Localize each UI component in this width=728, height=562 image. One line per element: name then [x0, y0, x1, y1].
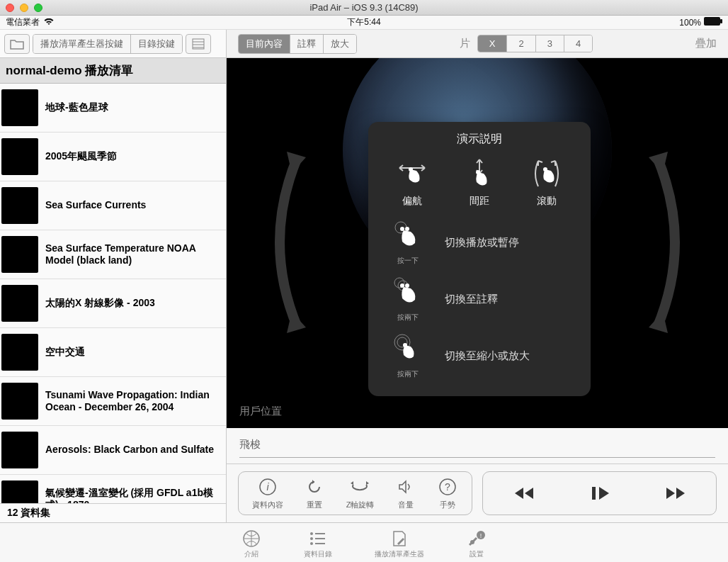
list-view-button[interactable]: [186, 34, 211, 54]
thumbnail-icon: [1, 480, 38, 503]
tab-annotation[interactable]: 註釋: [290, 35, 324, 53]
svg-rect-17: [315, 543, 325, 544]
list-item[interactable]: 空中交通: [0, 328, 226, 377]
main-toolbar: 目前內容 註釋 放大 片 X 2 3 4 疊加: [227, 30, 728, 58]
carrier-label: 電信業者: [6, 16, 40, 28]
shuttle-field: 飛梭: [227, 428, 728, 464]
gesture-toggle-play: 按一下 切換播放或暫停: [378, 219, 581, 266]
slot-3-button[interactable]: 3: [536, 35, 564, 52]
svg-text:?: ?: [445, 481, 450, 493]
user-location-label: 用戶位置: [239, 405, 282, 418]
svg-point-21: [409, 167, 413, 172]
mac-titlebar: iPad Air – iOS 9.3 (14C89): [0, 0, 728, 16]
gesture-scroll: 滾動: [530, 157, 564, 208]
pian-label: 片: [460, 37, 470, 50]
list-item[interactable]: Aerosols: Black Carbon and Sulfate: [0, 426, 226, 475]
list-item[interactable]: Tsunami Wave Propagation: Indian Ocean -…: [0, 377, 226, 426]
z-rotate-button[interactable]: Z軸旋轉: [346, 476, 375, 510]
rotate-left-icon: [248, 143, 312, 342]
thumbnail-icon: [1, 187, 38, 224]
list-item[interactable]: Sea Surface Temperature NOAA Model (blac…: [0, 230, 226, 279]
thumbnail-icon: [1, 432, 38, 468]
gesture-toggle-annotation: 按兩下 切換至註釋: [378, 276, 581, 322]
play-pause-button[interactable]: [589, 483, 610, 504]
svg-rect-15: [315, 538, 325, 539]
gesture-button[interactable]: ? 手勢: [437, 476, 458, 510]
playlist-title: normal-demo 播放清單: [0, 58, 226, 84]
battery-label: 100%: [679, 18, 701, 28]
playlist-generator-button[interactable]: 播放清單產生器按鍵: [33, 35, 131, 53]
list-item[interactable]: 太陽的X 射線影像 - 2003: [0, 279, 226, 328]
tab-bar: 介紹 資料目錄 播放清單產生器 ! 設置: [0, 522, 728, 562]
gesture-pitch: 間距: [462, 157, 496, 208]
gesture-popover: 演示説明 偏航 間距 滾動 按一下 切換播放或暫停 按兩下 切換至註釋 按兩: [368, 122, 591, 396]
svg-point-25: [400, 227, 404, 231]
volume-button[interactable]: 音量: [395, 476, 416, 510]
minimize-window-icon[interactable]: [20, 4, 28, 12]
info-controls: i 資料內容 重置 Z軸旋轉 音量 ? 手勢: [238, 471, 472, 515]
sidebar: 播放清單產生器按鍵 目錄按鍵 normal-demo 播放清單 地球-藍色星球 …: [0, 30, 227, 522]
thumbnail-icon: [1, 334, 38, 371]
svg-text:i: i: [266, 481, 269, 493]
svg-rect-10: [592, 487, 596, 500]
playlist[interactable]: 地球-藍色星球 2005年颶風季節 Sea Surface Currents S…: [0, 84, 226, 503]
svg-point-22: [476, 170, 480, 174]
info-button[interactable]: i 資料內容: [252, 476, 283, 510]
svg-point-33: [403, 343, 407, 347]
tab-playlist-generator[interactable]: 播放清單產生器: [375, 529, 424, 559]
tab-settings[interactable]: ! 設置: [467, 529, 487, 559]
zoom-window-icon[interactable]: [34, 4, 42, 12]
sidebar-toolbar: 播放清單產生器按鍵 目錄按鍵: [0, 30, 226, 58]
battery-icon: [704, 17, 722, 28]
svg-point-29: [400, 283, 404, 288]
gesture-toggle-zoom: 按兩下 切換至縮小或放大: [378, 332, 581, 379]
list-item[interactable]: 2005年颶風季節: [0, 133, 226, 181]
status-time: 下午5:44: [0, 16, 728, 28]
svg-point-18: [470, 540, 474, 544]
rotate-right-icon: [643, 143, 707, 342]
reset-button[interactable]: 重置: [304, 476, 325, 510]
wifi-icon: [44, 18, 54, 28]
window-title: iPad Air – iOS 9.3 (14C89): [0, 2, 728, 13]
thumbnail-icon: [1, 285, 38, 322]
tab-zoom[interactable]: 放大: [324, 35, 356, 53]
svg-rect-1: [720, 19, 722, 23]
slot-4-button[interactable]: 4: [564, 35, 592, 52]
svg-point-12: [310, 532, 313, 535]
svg-point-23: [543, 167, 547, 172]
fast-forward-button[interactable]: [665, 483, 686, 504]
list-item[interactable]: 地球-藍色星球: [0, 84, 226, 133]
thumbnail-icon: [1, 236, 38, 273]
rewind-button[interactable]: [513, 483, 535, 504]
thumbnail-icon: [1, 138, 38, 175]
svg-rect-13: [315, 533, 325, 534]
thumbnail-icon: [1, 383, 38, 420]
dataset-count: 12 資料集: [0, 503, 226, 522]
controls-row: i 資料內容 重置 Z軸旋轉 音量 ? 手勢: [227, 464, 728, 522]
folder-button[interactable]: [4, 34, 30, 54]
svg-point-30: [405, 283, 409, 288]
thumbnail-icon: [1, 89, 38, 126]
ipad-status-bar: 電信業者 下午5:44 100%: [0, 16, 728, 30]
close-window-icon[interactable]: [6, 4, 14, 12]
shuttle-label: 飛梭: [239, 438, 715, 458]
playback-controls: [482, 471, 717, 515]
catalog-button[interactable]: 目錄按鍵: [131, 35, 182, 53]
gesture-yaw: 偏航: [395, 157, 429, 208]
svg-point-14: [310, 537, 313, 540]
svg-rect-0: [704, 17, 720, 26]
svg-text:!: !: [480, 532, 482, 539]
tab-intro[interactable]: 介紹: [241, 529, 261, 559]
list-item[interactable]: 氣候變遷-溫室變化 (採用 GFDL a1b模式) - 1870 -: [0, 475, 226, 503]
tab-current-content[interactable]: 目前內容: [239, 35, 290, 53]
list-item[interactable]: Sea Surface Currents: [0, 181, 226, 230]
slot-x-button[interactable]: X: [478, 35, 508, 52]
popover-title: 演示説明: [378, 132, 581, 147]
overlay-button[interactable]: 疊加: [695, 37, 717, 50]
svg-point-26: [405, 227, 409, 231]
slot-2-button[interactable]: 2: [507, 35, 535, 52]
svg-point-16: [310, 542, 313, 545]
tab-catalog[interactable]: 資料目錄: [304, 529, 332, 559]
